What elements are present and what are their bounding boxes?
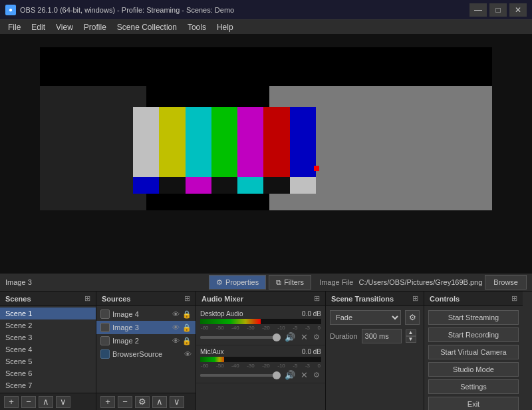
start-recording-button[interactable]: Start Recording [428, 327, 519, 342]
scenes-add-button[interactable]: + [4, 396, 19, 408]
scenes-expand-icon[interactable]: ⊞ [84, 294, 90, 303]
start-streaming-button[interactable]: Start Streaming [428, 310, 519, 325]
scene-transitions-panel: Scene Transitions ⊞ Fade Cut Swipe Slide… [326, 292, 424, 410]
image-file-path: C:/Users/OBS/Pictures/Grey169B.png [358, 278, 482, 286]
studio-mode-button[interactable]: Studio Mode [428, 362, 519, 377]
menu-edit[interactable]: Edit [26, 20, 51, 35]
sources-remove-button[interactable]: − [118, 396, 132, 408]
source-item-image3[interactable]: Image 3 👁 🔒 [96, 321, 196, 334]
scene-item-6[interactable]: Scene 6 [0, 367, 96, 379]
start-virtual-camera-button[interactable]: Start Virtual Camera [428, 345, 519, 359]
mixer-desktop-slider[interactable] [200, 336, 281, 339]
mixer-desktop-vu [200, 319, 321, 324]
source-lock-image3[interactable]: 🔒 [182, 323, 192, 332]
mixer-mic-mono-button[interactable]: ✕ [299, 370, 309, 380]
source-item-image2[interactable]: Image 2 👁 🔒 [96, 334, 196, 347]
scene-item-1[interactable]: Scene 1 [0, 308, 96, 319]
transitions-gear-button[interactable]: ⚙ [405, 310, 420, 325]
menu-profile[interactable]: Profile [78, 20, 112, 35]
scene-item-5[interactable]: Scene 5 [0, 355, 96, 367]
source-lock-image2[interactable]: 🔒 [182, 337, 192, 345]
source-lock-image4[interactable]: 🔒 [182, 310, 192, 319]
mixer-mic-controls: 🔊 ✕ ⚙ [200, 370, 321, 380]
transitions-header: Scene Transitions ⊞ [326, 292, 424, 306]
source-label-image2: Image 2 [112, 337, 139, 345]
scenes-header-icons: ⊞ [84, 294, 90, 303]
transitions-expand-icon[interactable]: ⊞ [412, 294, 418, 303]
mixer-mic-vu [200, 357, 321, 362]
scene-item-4[interactable]: Scene 4 [0, 343, 96, 355]
sources-settings-button[interactable]: ⚙ [135, 396, 150, 408]
sources-up-button[interactable]: ∧ [152, 396, 167, 408]
exit-button[interactable]: Exit [428, 397, 519, 410]
mixer-desktop-settings-button[interactable]: ⚙ [312, 333, 321, 341]
menu-help[interactable]: Help [211, 20, 239, 35]
infobar: Image 3 ⚙ Properties ⧉ Filters Image Fil… [0, 273, 532, 292]
source-eye-image2[interactable]: 👁 [172, 337, 180, 345]
mixer-desktop-label: Desktop Audio [200, 310, 243, 317]
scenes-list: Scene 1 Scene 2 Scene 3 Scene 4 Scene 5 … [0, 306, 96, 393]
controls-expand-icon[interactable]: ⊞ [511, 294, 517, 303]
mixer-header-icons: ⊞ [314, 294, 320, 303]
mixer-desktop-mono-button[interactable]: ✕ [299, 332, 309, 342]
mixer-tracks: Desktop Audio 0.0 dB -60-50-40-30-20-10-… [196, 306, 325, 410]
source-eye-image4[interactable]: 👁 [172, 310, 180, 318]
transitions-header-icons: ⊞ [412, 294, 418, 303]
audio-mixer-panel: Audio Mixer ⊞ Desktop Audio 0.0 dB -60-5… [196, 292, 326, 410]
minimize-button[interactable]: — [469, 3, 487, 17]
controls-panel: Controls ⊞ Start Streaming Start Recordi… [424, 292, 523, 410]
mixer-mic-slider[interactable] [200, 374, 281, 377]
mixer-track-desktop: Desktop Audio 0.0 dB -60-50-40-30-20-10-… [196, 308, 325, 345]
duration-up-button[interactable]: ▲ [406, 329, 416, 336]
source-item-browser[interactable]: BrowserSource 👁 [96, 347, 196, 361]
transitions-type-select[interactable]: Fade Cut Swipe Slide Stinger Luma Wipe [330, 310, 401, 325]
transitions-title: Scene Transitions [331, 295, 394, 303]
menu-scene-collection[interactable]: Scene Collection [112, 20, 182, 35]
mixer-desktop-mute-button[interactable]: 🔊 [283, 332, 297, 342]
red-indicator [314, 166, 319, 171]
transitions-type-row: Fade Cut Swipe Slide Stinger Luma Wipe ⚙ [330, 310, 420, 325]
titlebar-controls: — □ ✕ [469, 3, 527, 17]
source-icon-image3 [100, 323, 110, 332]
menu-tools[interactable]: Tools [182, 20, 211, 35]
sources-list: Image 4 👁 🔒 Image 3 👁 🔒 Image 2 👁 🔒 Brow… [96, 306, 196, 393]
duration-down-button[interactable]: ▼ [406, 336, 416, 343]
scene-item-3[interactable]: Scene 3 [0, 331, 96, 343]
scenes-up-button[interactable]: ∧ [39, 396, 53, 408]
duration-input[interactable] [362, 329, 402, 343]
scenes-footer: + − ∧ ∨ [0, 393, 96, 410]
mixer-mic-thumb[interactable] [273, 371, 281, 379]
source-eye-image3[interactable]: 👁 [172, 323, 180, 331]
properties-button[interactable]: ⚙ Properties [209, 275, 266, 290]
sources-down-button[interactable]: ∨ [170, 396, 184, 408]
filter-icon: ⧉ [276, 278, 281, 287]
settings-button[interactable]: Settings [428, 379, 519, 394]
close-button[interactable]: ✕ [509, 3, 527, 17]
scenes-remove-button[interactable]: − [21, 396, 36, 408]
mixer-mic-settings-button[interactable]: ⚙ [312, 371, 321, 379]
smpte-colorbars [133, 107, 316, 214]
transitions-content: Fade Cut Swipe Slide Stinger Luma Wipe ⚙… [326, 306, 424, 410]
scene-item-7[interactable]: Scene 7 [0, 379, 96, 391]
browse-button[interactable]: Browse [485, 275, 527, 290]
selected-source-label: Image 3 [5, 278, 32, 286]
mixer-mic-mute-button[interactable]: 🔊 [283, 370, 297, 380]
mixer-expand-icon[interactable]: ⊞ [314, 294, 320, 303]
bottom-panels: Scenes ⊞ Scene 1 Scene 2 Scene 3 Scene 4… [0, 292, 532, 410]
scenes-panel: Scenes ⊞ Scene 1 Scene 2 Scene 3 Scene 4… [0, 292, 96, 410]
filters-button[interactable]: ⧉ Filters [269, 275, 311, 290]
source-item-image4[interactable]: Image 4 👁 🔒 [96, 308, 196, 321]
controls-title: Controls [430, 295, 460, 303]
menu-view[interactable]: View [51, 20, 78, 35]
source-eye-browser[interactable]: 👁 [184, 350, 192, 358]
controls-header: Controls ⊞ [424, 292, 523, 306]
maximize-button[interactable]: □ [489, 3, 507, 17]
mixer-desktop-thumb[interactable] [273, 333, 281, 341]
menu-file[interactable]: File [3, 20, 26, 35]
sources-header-icons: ⊞ [184, 294, 190, 303]
scene-item-2[interactable]: Scene 2 [0, 319, 96, 331]
sources-add-button[interactable]: + [100, 396, 115, 408]
sources-expand-icon[interactable]: ⊞ [184, 294, 190, 303]
scenes-header: Scenes ⊞ [0, 292, 96, 306]
scenes-down-button[interactable]: ∨ [56, 396, 70, 408]
